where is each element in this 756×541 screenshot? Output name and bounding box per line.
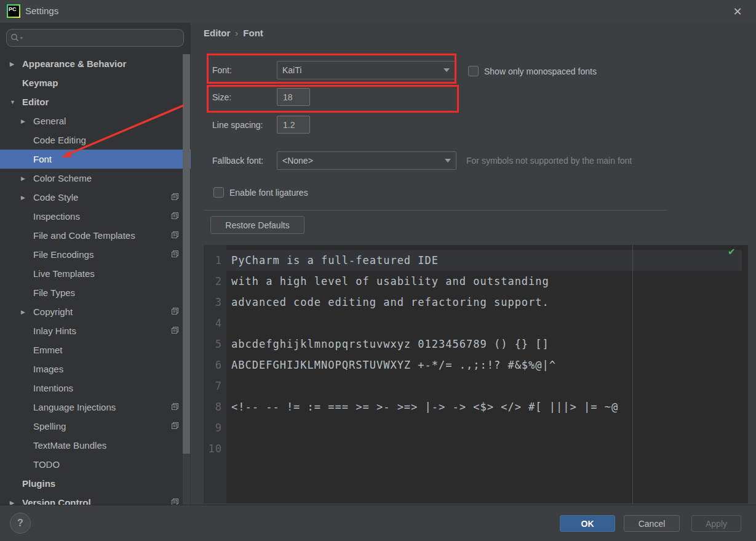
line-number: 9 [204, 417, 226, 438]
font-ligatures-label: Enable font ligatures [229, 188, 308, 198]
line-number: 1 [204, 250, 226, 271]
sidebar-item[interactable]: Images [0, 359, 191, 379]
sidebar-item-label: File and Code Templates [33, 230, 135, 241]
sidebar-item-label: Editor [22, 97, 49, 107]
line-text: <!-- -- != := === >= >- >=> |-> -> <$> <… [226, 396, 742, 417]
sidebar-item[interactable]: Emmet [0, 340, 191, 359]
sidebar-item[interactable]: Inspections [0, 207, 191, 226]
sidebar-item-label: Keymap [22, 78, 58, 88]
font-label: Font: [212, 65, 232, 75]
search-box[interactable]: ▾ [6, 29, 184, 47]
sidebar-item[interactable]: File Encodings [0, 245, 191, 264]
sidebar-item[interactable]: TextMate Bundles [0, 436, 191, 455]
editor-line: 1 PyCharm is a full-featured IDE [204, 250, 748, 271]
sidebar-item[interactable]: Plugins [0, 474, 191, 493]
sidebar-item-label: TextMate Bundles [33, 440, 106, 451]
sidebar-item-label: Font [33, 154, 52, 164]
line-text: PyCharm is a full-featured IDE [226, 250, 742, 271]
window-title: Settings [25, 6, 58, 16]
sidebar-item-label: Images [33, 364, 63, 374]
sidebar-item-label: Spelling [33, 421, 66, 431]
sidebar-item[interactable]: TODO [0, 455, 191, 474]
font-dropdown[interactable]: KaiTi [277, 61, 455, 79]
editor-line: 10 [204, 438, 748, 459]
sidebar-item[interactable]: Code Editing [0, 130, 191, 150]
line-number: 4 [204, 313, 226, 334]
pycharm-logo-text: PC [8, 6, 19, 17]
chevron-down-icon[interactable] [445, 159, 451, 162]
breadcrumb-editor[interactable]: Editor [204, 28, 230, 38]
sidebar-item-label: Emmet [33, 345, 63, 355]
sidebar-item-label: Version Control [22, 497, 91, 505]
editor-line: 2 with a high level of usability and out… [204, 271, 748, 292]
sidebar-item-label: File Types [33, 287, 75, 298]
expand-arrow-icon[interactable]: ▼ [10, 99, 22, 105]
line-spacing-label: Line spacing: [212, 120, 263, 130]
pycharm-logo-icon: PC [7, 4, 20, 18]
sidebar-item[interactable]: ▼ Editor [0, 92, 191, 111]
ok-button[interactable]: OK [560, 515, 615, 532]
show-monospaced-checkbox[interactable] [468, 66, 479, 76]
sidebar-item[interactable]: Keymap [0, 73, 191, 92]
sidebar-item[interactable]: File and Code Templates [0, 226, 191, 245]
sidebar-item[interactable]: Live Templates [0, 264, 191, 283]
size-field[interactable] [277, 88, 310, 106]
help-button[interactable]: ? [10, 513, 31, 534]
line-text: abcdefghijklmnopqrstuvwxyz 0123456789 ()… [226, 334, 742, 355]
restore-defaults-button[interactable]: Restore Defaults [210, 216, 304, 234]
sidebar-item[interactable]: Font [0, 150, 191, 169]
sidebar-item[interactable]: ▶ Color Scheme [0, 169, 191, 188]
sidebar-item-label: Language Injections [33, 402, 116, 412]
sidebar-item[interactable]: ▶ Appearance & Behavior [0, 54, 191, 73]
font-ligatures-checkbox[interactable] [213, 187, 224, 198]
title-bar: PC Settings ✕ [0, 0, 756, 23]
project-settings-icon [171, 192, 179, 202]
sidebar-item[interactable]: File Types [0, 283, 191, 302]
sidebar-item[interactable]: ▶ Code Style [0, 188, 191, 207]
cancel-button[interactable]: Cancel [624, 515, 680, 532]
expand-arrow-icon[interactable]: ▶ [21, 309, 33, 315]
sidebar-item[interactable]: ▶ Copyright [0, 302, 191, 321]
fallback-font-dropdown[interactable]: <None> [277, 151, 456, 170]
sidebar-item[interactable]: Spelling [0, 417, 191, 436]
apply-button[interactable]: Apply [691, 515, 741, 532]
expand-arrow-icon[interactable]: ▶ [21, 118, 33, 124]
sidebar-item-label: Appearance & Behavior [22, 58, 126, 69]
sidebar-item[interactable]: Inlay Hints [0, 321, 191, 340]
expand-arrow-icon[interactable]: ▶ [10, 61, 22, 67]
line-number: 7 [204, 375, 226, 396]
sidebar-scrollbar-thumb[interactable] [183, 54, 190, 454]
sidebar-item[interactable]: Intentions [0, 379, 191, 398]
line-spacing-field[interactable] [277, 116, 310, 134]
show-monospaced-label: Show only monospaced fonts [484, 66, 597, 76]
line-number: 3 [204, 292, 226, 313]
project-settings-icon [171, 211, 179, 222]
search-input[interactable] [25, 33, 180, 43]
expand-arrow-icon[interactable]: ▶ [21, 194, 33, 201]
sidebar-item[interactable]: ▶ General [0, 111, 191, 130]
project-settings-icon [171, 326, 179, 336]
project-settings-icon [171, 230, 179, 241]
sidebar-item-label: Copyright [33, 307, 73, 317]
project-settings-icon [171, 249, 179, 260]
breadcrumb: Editor›Font [204, 28, 263, 38]
sidebar-item-label: TODO [33, 459, 60, 470]
close-icon[interactable]: ✕ [730, 4, 746, 20]
sidebar-item-label: Inlay Hints [33, 326, 76, 336]
line-number: 2 [204, 271, 226, 292]
line-text: with a high level of usability and outst… [226, 271, 742, 292]
expand-arrow-icon[interactable]: ▶ [10, 500, 22, 505]
sidebar-item-label: Code Style [33, 192, 78, 202]
sidebar-item[interactable]: ▶ Version Control [0, 493, 191, 505]
sidebar-item[interactable]: Language Injections [0, 398, 191, 417]
expand-arrow-icon[interactable]: ▶ [21, 175, 33, 182]
fallback-font-hint: For symbols not supported by the main fo… [466, 156, 632, 166]
chevron-down-icon[interactable] [444, 68, 450, 72]
project-settings-icon [171, 307, 179, 317]
editor-line: 3 advanced code editing and refactoring … [204, 292, 748, 313]
font-preview-editor[interactable]: 1 PyCharm is a full-featured IDE 2 with … [204, 245, 748, 503]
project-settings-icon [171, 421, 179, 431]
editor-line: 7 [204, 375, 748, 396]
search-history-caret-icon[interactable]: ▾ [20, 36, 23, 41]
sidebar-item-label: General [33, 116, 66, 126]
